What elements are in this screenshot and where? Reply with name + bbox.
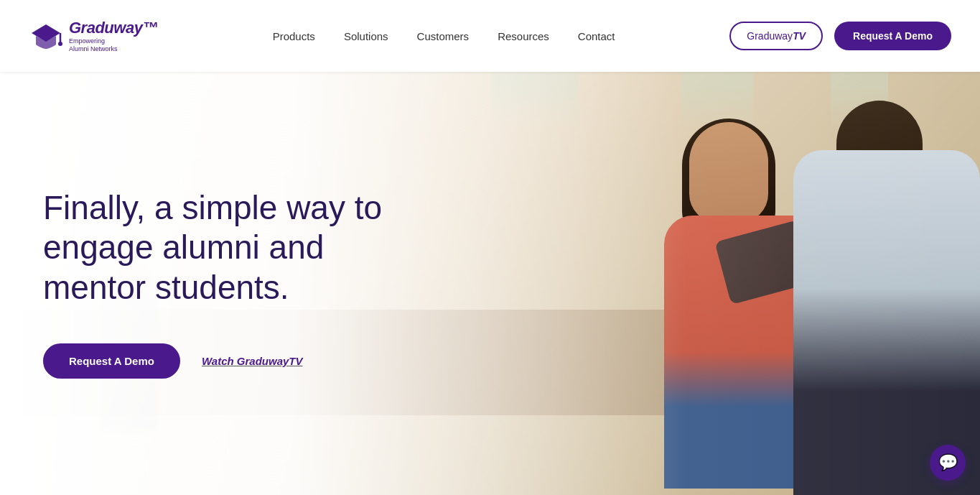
logo-text-area: Graduway™ Empowering Alumni Networks: [69, 19, 158, 53]
header-right: GraduwayTV Request A Demo: [729, 22, 951, 50]
watch-graduway-tv-button[interactable]: Watch GraduwayTV: [202, 355, 303, 367]
svg-point-2: [58, 42, 62, 46]
logo-icon: [29, 19, 63, 53]
hero-headline: Finally, a simple way to engage alumni a…: [43, 188, 416, 307]
nav-item-customers[interactable]: Customers: [417, 30, 470, 42]
main-nav: Products Solutions Customers Resources C…: [273, 30, 615, 42]
logo-tagline: Empowering Alumni Networks: [69, 37, 158, 53]
logo-brand-name: Graduway™: [69, 19, 158, 37]
header: Graduway™ Empowering Alumni Networks Pro…: [0, 0, 980, 72]
hero-content: Finally, a simple way to engage alumni a…: [0, 72, 980, 495]
chat-icon: 💬: [938, 453, 958, 472]
nav-item-contact[interactable]: Contact: [578, 30, 615, 42]
nav-item-resources[interactable]: Resources: [498, 30, 549, 42]
graduway-tv-button[interactable]: GraduwayTV: [729, 22, 823, 50]
hero-request-demo-button[interactable]: Request A Demo: [43, 343, 180, 379]
logo[interactable]: Graduway™ Empowering Alumni Networks: [29, 19, 158, 53]
hero-section: Finally, a simple way to engage alumni a…: [0, 72, 980, 495]
watch-prefix: Watch Graduway: [202, 355, 289, 367]
nav-item-solutions[interactable]: Solutions: [344, 30, 388, 42]
tv-suffix: TV: [289, 355, 302, 367]
nav-item-products[interactable]: Products: [273, 30, 315, 42]
hero-buttons: Request A Demo Watch GraduwayTV: [43, 343, 980, 379]
header-request-demo-button[interactable]: Request A Demo: [834, 22, 951, 50]
chat-bubble-button[interactable]: 💬: [930, 445, 966, 481]
